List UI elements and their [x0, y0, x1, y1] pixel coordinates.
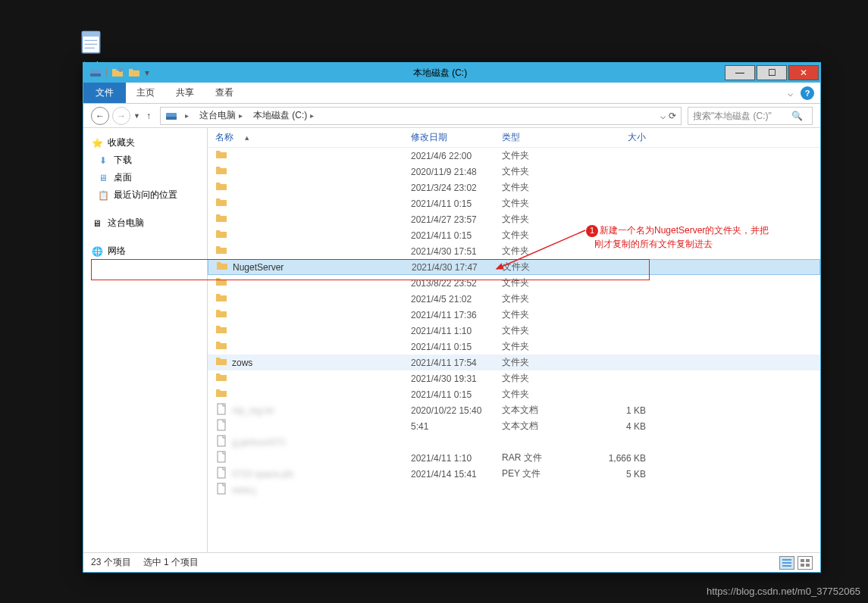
sidebar-item-network[interactable]: 🌐网络	[83, 242, 207, 260]
file-row[interactable]: 2021/3/24 23:02文件夹	[208, 180, 820, 195]
file-type: 文件夹	[503, 261, 578, 273]
file-type: 文件夹	[502, 165, 578, 178]
sidebar-item-downloads[interactable]: ⬇下载	[83, 152, 207, 169]
minimize-button[interactable]: —	[725, 65, 755, 80]
file-row[interactable]: 2020/11/9 21:48文件夹	[208, 164, 820, 180]
file-icon	[215, 419, 227, 433]
file-row[interactable]: 2013/8/22 23:52文件夹	[208, 275, 820, 291]
file-name	[232, 310, 234, 320]
tab-share[interactable]: 共享	[165, 82, 205, 104]
folder-icon[interactable]	[128, 67, 140, 79]
nav-forward-button[interactable]: →	[112, 107, 130, 125]
file-row[interactable]: 0720 space.pfx2021/4/14 15:41PEY 文件5 KB	[208, 466, 820, 482]
file-row[interactable]: 2021/4/11 0:15文件夹	[208, 195, 820, 211]
file-icon	[215, 403, 227, 417]
nav-history-dropdown[interactable]: ▼	[133, 112, 140, 120]
file-date: 2020/10/22 15:40	[411, 405, 502, 416]
file-name: ntp_log.txt	[232, 405, 274, 416]
svg-rect-22	[806, 564, 810, 567]
svg-rect-6	[90, 73, 101, 77]
file-name	[232, 373, 234, 384]
file-name: 0720 space.pfx	[232, 469, 293, 480]
file-row[interactable]: 2021/4/11 0:15文件夹	[208, 386, 820, 402]
drive-icon	[165, 110, 177, 122]
search-input[interactable]	[693, 111, 791, 121]
file-row[interactable]: 2021/4/30 19:31文件夹	[208, 370, 820, 386]
file-row[interactable]: NugetServer2021/4/30 17:47文件夹	[208, 259, 820, 275]
nav-up-button[interactable]: ↑	[146, 111, 151, 121]
breadcrumb-drive[interactable]: 本地磁盘 (C:)▸	[250, 108, 317, 123]
svg-rect-16	[782, 559, 791, 561]
refresh-icon[interactable]: ⟳	[669, 111, 676, 121]
svg-rect-15	[218, 483, 225, 494]
file-date: 2021/4/5 21:02	[411, 294, 502, 305]
folder-icon	[215, 355, 227, 370]
watermark: https://blog.csdn.net/m0_37752065	[707, 586, 860, 597]
svg-rect-18	[782, 565, 791, 567]
file-row[interactable]: 2021/4/5 21:02文件夹	[208, 291, 820, 307]
tab-view[interactable]: 查看	[205, 82, 244, 104]
svg-rect-19	[801, 559, 804, 562]
file-name	[232, 167, 234, 177]
address-dropdown-icon[interactable]: ⌵	[660, 111, 666, 121]
file-row[interactable]: www.j	[208, 482, 820, 498]
file-name: g.jackson072	[232, 437, 286, 448]
drive-icon	[89, 67, 102, 79]
column-name[interactable]: 名称 ▲	[215, 131, 411, 144]
sidebar-item-pc[interactable]: 🖥这台电脑	[83, 214, 207, 232]
file-size: 1 KB	[578, 405, 646, 416]
file-date: 2021/4/11 0:15	[411, 230, 502, 241]
folder-icon	[215, 323, 227, 338]
svg-rect-14	[218, 467, 225, 478]
file-row[interactable]: g.jackson072	[208, 434, 820, 450]
breadcrumb-pc[interactable]: 这台电脑▸	[196, 108, 246, 123]
ribbon-expand-icon[interactable]: ⌵	[788, 88, 793, 98]
nav-back-button[interactable]: ←	[91, 107, 109, 125]
file-list: 2021/4/6 22:00文件夹 2020/11/9 21:48文件夹 202…	[208, 148, 820, 498]
svg-rect-20	[806, 559, 810, 562]
close-button[interactable]: ✕	[788, 65, 819, 80]
file-type: 文本文档	[502, 420, 578, 433]
tab-file[interactable]: 文件	[83, 83, 126, 103]
sidebar-item-desktop[interactable]: 🖥桌面	[83, 169, 207, 186]
sidebar-item-recent[interactable]: 📋最近访问的位置	[83, 186, 207, 204]
svg-rect-12	[218, 436, 225, 446]
file-row[interactable]: 2021/4/11 1:10RAR 文件1,666 KB	[208, 450, 820, 466]
file-row[interactable]: 2021/4/6 22:00文件夹	[208, 148, 820, 164]
statusbar: 23 个项目 选中 1 个项目	[83, 552, 820, 572]
file-row[interactable]: 2021/4/11 17:36文件夹	[208, 307, 820, 323]
file-date: 2021/3/24 23:02	[411, 183, 502, 193]
file-date: 5:41	[411, 421, 502, 432]
file-type: 文件夹	[502, 324, 578, 337]
file-date: 2021/4/11 0:15	[411, 198, 502, 209]
folder-icon	[215, 228, 227, 242]
search-box[interactable]: 🔍	[688, 107, 813, 125]
file-name	[232, 389, 234, 400]
file-row[interactable]: 2021/4/11 0:15文件夹	[208, 339, 820, 355]
sidebar: ⭐收藏夹 ⬇下载 🖥桌面 📋最近访问的位置 🖥这台电脑 🌐网络	[83, 128, 208, 552]
file-name	[232, 278, 234, 289]
column-size[interactable]: 大小	[578, 131, 646, 144]
file-row[interactable]: ntp_log.txt2020/10/22 15:40文本文档1 KB	[208, 402, 820, 418]
computer-icon: 🖥	[91, 217, 103, 230]
view-large-button[interactable]	[797, 556, 813, 570]
star-icon: ⭐	[91, 137, 103, 149]
maximize-button[interactable]: ☐	[757, 65, 787, 80]
recent-icon: 📋	[97, 189, 109, 202]
file-type: 文件夹	[502, 356, 578, 369]
view-details-button[interactable]	[779, 556, 794, 570]
sidebar-item-favorites[interactable]: ⭐收藏夹	[83, 134, 207, 152]
help-icon[interactable]: ?	[801, 86, 814, 100]
column-date[interactable]: 修改日期	[411, 131, 502, 144]
file-row[interactable]: 5:41文本文档4 KB	[208, 418, 820, 434]
tab-home[interactable]: 主页	[126, 82, 165, 104]
file-row[interactable]: 2021/4/11 1:10文件夹	[208, 323, 820, 339]
address-bar[interactable]: ▸ 这台电脑▸ 本地磁盘 (C:)▸ ⌵ ⟳	[160, 107, 682, 125]
titlebar[interactable]: ▾ 本地磁盘 (C:) — ☐ ✕	[83, 63, 820, 83]
file-type: 文件夹	[502, 149, 578, 162]
search-icon[interactable]: 🔍	[791, 111, 803, 121]
column-type[interactable]: 类型	[502, 131, 578, 144]
file-row[interactable]: zows2021/4/11 17:54文件夹	[208, 355, 820, 370]
newfolder-icon[interactable]	[111, 67, 124, 79]
ribbon: 文件 主页 共享 查看 ⌵ ?	[83, 83, 820, 104]
